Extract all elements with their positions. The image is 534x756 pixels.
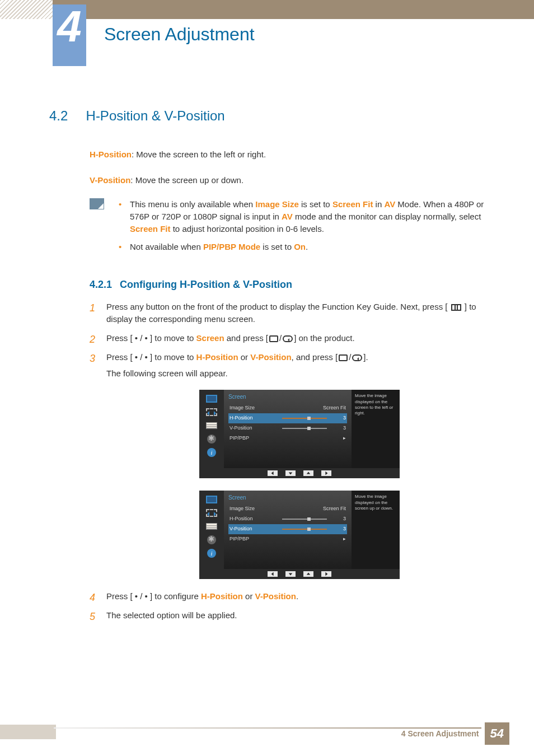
osd-row-vposition: V-Position3	[228, 524, 347, 534]
osd-menu: Screen Image SizeScreen Fit H-Position3 …	[224, 390, 352, 468]
chapter-number-box: 4	[53, 4, 86, 66]
h-position-definition: H-Position: Move the screen to the left …	[90, 148, 493, 161]
osd-row-imagesize: Image SizeScreen Fit	[228, 504, 347, 514]
osd-nav-bar	[199, 569, 400, 579]
monitor-icon	[206, 496, 217, 503]
osd-description: Move the image displayed on the screen t…	[352, 390, 400, 468]
step-5: 5 The selected option will be applied.	[90, 609, 493, 622]
list-icon	[206, 523, 217, 530]
nav-right-icon	[321, 470, 331, 476]
svg-marker-6	[307, 573, 310, 575]
gear-icon	[207, 535, 216, 544]
osd-nav-bar	[199, 468, 400, 478]
nav-up-icon	[303, 470, 313, 476]
slider	[282, 519, 327, 520]
nav-down-icon	[285, 571, 296, 577]
osd-row-hposition: H-Position3	[228, 413, 347, 423]
step-2: 2 Press [ • / • ] to move to Screen and …	[90, 332, 493, 344]
note-block: This menu is only available when Image S…	[90, 198, 493, 258]
svg-marker-7	[325, 572, 327, 576]
osd-row-vposition: V-Position3	[228, 423, 347, 433]
svg-marker-0	[271, 472, 274, 475]
chapter-title: Screen Adjustment	[104, 21, 255, 47]
osd-header: Screen	[228, 392, 347, 403]
osd-row-pip: PIP/PBP▸	[228, 433, 347, 444]
corner-hatch	[0, 0, 53, 19]
nav-down-icon	[285, 470, 296, 476]
info-icon: i	[207, 549, 216, 558]
svg-marker-3	[325, 472, 327, 475]
osd-description: Move the image displayed on the screen u…	[352, 491, 400, 569]
gear-icon	[207, 435, 216, 444]
osd-menu: Screen Image SizeScreen Fit H-Position3 …	[224, 491, 352, 569]
step-1: 1 Press any button on the front of the p…	[90, 301, 493, 325]
subsection-number: 4.2.1	[90, 279, 112, 290]
note-item-1: This menu is only available when Image S…	[116, 198, 493, 235]
nav-up-icon	[303, 571, 313, 577]
osd-row-pip: PIP/PBP▸	[228, 534, 347, 544]
return-icon	[283, 335, 293, 342]
section-heading: 4.2 H-Position & V-Position	[49, 106, 491, 126]
slider	[282, 529, 327, 530]
osd-row-imagesize: Image SizeScreen Fit	[228, 403, 347, 413]
screen-icon	[339, 354, 348, 361]
screen-adjust-icon	[206, 509, 217, 517]
screen-icon	[269, 335, 278, 342]
v-position-definition: V-Position: Move the screen up or down.	[90, 174, 493, 186]
menu-icon	[451, 304, 461, 311]
step-3: 3 Press [ • / • ] to move to H-Position …	[90, 351, 493, 580]
osd-sidebar: i	[199, 491, 224, 569]
subsection-heading: 4.2.1Configuring H-Position & V-Position	[90, 277, 493, 292]
list-icon	[206, 422, 217, 429]
return-icon	[352, 354, 362, 361]
note-item-2: Not available when PIP/PBP Mode is set t…	[116, 241, 493, 253]
h-position-term: H-Position	[90, 150, 132, 159]
v-position-term: V-Position	[90, 175, 130, 185]
slider	[282, 418, 327, 419]
svg-marker-4	[271, 572, 274, 576]
section-number: 4.2	[49, 108, 68, 123]
screen-adjust-icon	[206, 408, 217, 416]
info-icon: i	[207, 448, 216, 457]
page-number: 54	[485, 722, 509, 745]
step-4: 4 Press [ • / • ] to configure H-Positio…	[90, 590, 493, 603]
note-icon	[90, 198, 104, 209]
footer-chapter-label: 4 Screen Adjustment	[401, 728, 479, 739]
nav-right-icon	[321, 571, 331, 577]
osd-header: Screen	[228, 493, 347, 504]
osd-screenshot-hposition: i Screen Image SizeScreen Fit H-Position…	[199, 390, 400, 478]
osd-row-hposition: H-Position3	[228, 514, 347, 524]
svg-marker-1	[289, 473, 292, 475]
slider	[282, 428, 327, 429]
osd-sidebar: i	[199, 390, 224, 468]
nav-left-icon	[268, 470, 278, 476]
osd-screenshot-vposition: i Screen Image SizeScreen Fit H-Position…	[199, 491, 400, 579]
monitor-icon	[206, 395, 217, 403]
svg-marker-5	[289, 573, 292, 576]
nav-left-icon	[268, 571, 278, 577]
svg-marker-2	[307, 472, 310, 474]
section-title: H-Position & V-Position	[86, 108, 225, 123]
subsection-title: Configuring H-Position & V-Position	[120, 279, 292, 290]
